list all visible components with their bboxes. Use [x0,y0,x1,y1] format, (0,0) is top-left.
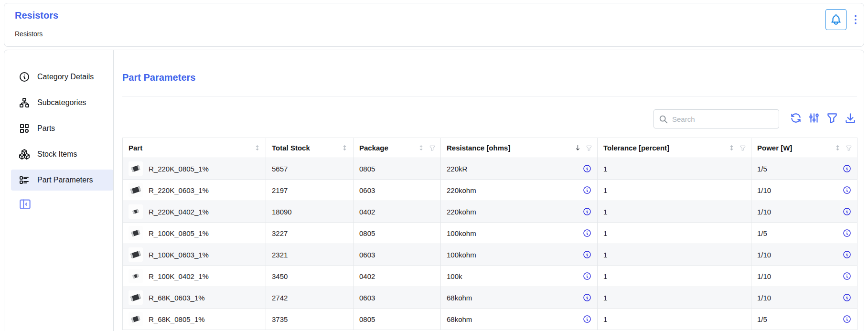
column-header-package[interactable]: Package [354,138,441,158]
power-cell: 1/10 [751,201,857,223]
table-row[interactable]: R_220K_0402_1%180900402220kohm11/10 [123,201,857,223]
package-cell: 0402 [354,266,441,287]
info-icon[interactable] [843,229,851,237]
resistance-value: 100k [447,272,462,280]
power-cell: 1/10 [751,287,857,309]
table-row[interactable]: R_220K_0603_1%21970603220kohm11/10 [123,180,857,201]
power-value: 1/10 [757,251,771,259]
info-icon[interactable] [583,164,591,173]
part-cell: R_68K_0805_1% [123,309,266,330]
info-icon[interactable] [843,164,851,173]
column-filter-icon[interactable] [586,145,592,151]
sidebar-nav-list: Category DetailsSubcategoriesPartsStock … [4,50,113,191]
total-stock-cell: 18090 [266,201,354,223]
part-name: R_68K_0603_1% [149,294,205,302]
info-icon[interactable] [583,250,591,259]
search-box [654,109,779,128]
part-thumbnail [129,226,143,240]
column-filter-icon[interactable] [846,145,852,151]
search-input[interactable] [654,110,779,128]
info-icon[interactable] [843,293,851,302]
sitemap-icon [19,97,30,108]
table-row[interactable]: R_100K_0603_1%23210603100kohm11/10 [123,244,857,266]
table-row[interactable]: R_100K_0402_1%34500402100k11/10 [123,266,857,287]
info-icon[interactable] [583,229,591,237]
power-value: 1/5 [757,229,767,237]
part-cell: R_220K_0603_1% [123,180,266,201]
sidebar-item-part-parameters[interactable]: Part Parameters [11,170,113,191]
column-header-resistance-ohms[interactable]: Resistance [ohms] [441,138,598,158]
tolerance-cell: 1 [598,158,751,180]
part-cell: R_100K_0402_1% [123,266,266,287]
sidebar-item-subcategories[interactable]: Subcategories [11,92,113,113]
column-filter-icon[interactable] [739,145,746,151]
notifications-button[interactable] [825,9,847,30]
info-icon[interactable] [583,186,591,194]
package-cell: 0603 [354,287,441,309]
column-header-part[interactable]: Part [123,138,266,158]
sort-icon[interactable] [254,144,261,151]
part-cell: R_100K_0603_1% [123,244,266,266]
sort-desc-icon[interactable] [574,144,581,151]
table-row[interactable]: R_68K_0603_1%2742060368kohm11/10 [123,287,857,309]
part-name: R_100K_0603_1% [149,251,209,259]
part-thumbnail [129,247,143,262]
total-stock-cell: 2197 [266,180,354,201]
table-row[interactable]: R_220K_0805_1%56570805220kR11/5 [123,158,857,180]
sidebar-item-label: Stock Items [37,150,77,159]
column-header-tolerance-percent[interactable]: Tolerance [percent] [598,138,751,158]
download-icon[interactable] [844,112,857,124]
part-name: R_68K_0805_1% [149,315,205,323]
info-icon[interactable] [843,186,851,194]
sidebar-item-category-details[interactable]: Category Details [11,66,113,87]
tolerance-cell: 1 [598,223,751,244]
refresh-icon[interactable] [790,112,802,124]
part-cell: R_220K_0402_1% [123,201,266,223]
part-thumbnail [129,204,143,219]
power-cell: 1/5 [751,223,857,244]
resistance-cell: 68kohm [441,309,598,330]
breadcrumb[interactable]: Resistors [15,30,43,38]
column-header-power-w[interactable]: Power [W] [751,138,857,158]
filter-icon[interactable] [826,112,838,124]
sort-icon[interactable] [834,144,841,151]
column-label: Package [359,144,388,152]
table-row[interactable]: R_100K_0805_1%32270805100kohm11/5 [123,223,857,244]
table-header-row: PartTotal StockPackageResistance [ohms]T… [123,138,857,158]
info-icon[interactable] [843,250,851,259]
table-row[interactable]: R_68K_0805_1%3735080568kohm11/5 [123,309,857,330]
info-icon[interactable] [583,293,591,302]
resistance-cell: 220kohm [441,201,598,223]
sidebar-item-stock-items[interactable]: Stock Items [11,144,113,165]
resistance-cell: 220kohm [441,180,598,201]
collapse-sidebar-button[interactable] [19,198,32,211]
column-filter-icon[interactable] [429,145,436,151]
part-name: R_100K_0402_1% [149,272,209,280]
total-stock-cell: 2321 [266,244,354,266]
info-icon[interactable] [843,272,851,280]
sidebar-item-parts[interactable]: Parts [11,118,113,139]
sort-icon[interactable] [418,144,425,151]
sort-icon[interactable] [341,144,348,151]
sidebar-item-label: Subcategories [37,98,86,107]
info-icon[interactable] [583,272,591,280]
info-icon[interactable] [843,207,851,216]
resistance-cell: 100kohm [441,223,598,244]
power-cell: 1/10 [751,266,857,287]
total-stock-cell: 3450 [266,266,354,287]
part-name: R_220K_0402_1% [149,208,209,216]
column-header-total-stock[interactable]: Total Stock [266,138,354,158]
packages-icon [19,149,30,160]
sort-icon[interactable] [728,144,735,151]
info-icon[interactable] [583,207,591,216]
total-stock-cell: 3735 [266,309,354,330]
part-thumbnail [129,161,143,176]
info-icon[interactable] [843,315,851,323]
adjustments-icon[interactable] [808,112,820,124]
info-circle-icon [19,71,30,83]
info-icon[interactable] [583,315,591,323]
tolerance-cell: 1 [598,201,751,223]
kebab-menu-icon[interactable] [849,11,862,29]
resistance-value: 68kohm [447,294,472,302]
part-thumbnail [129,312,143,326]
